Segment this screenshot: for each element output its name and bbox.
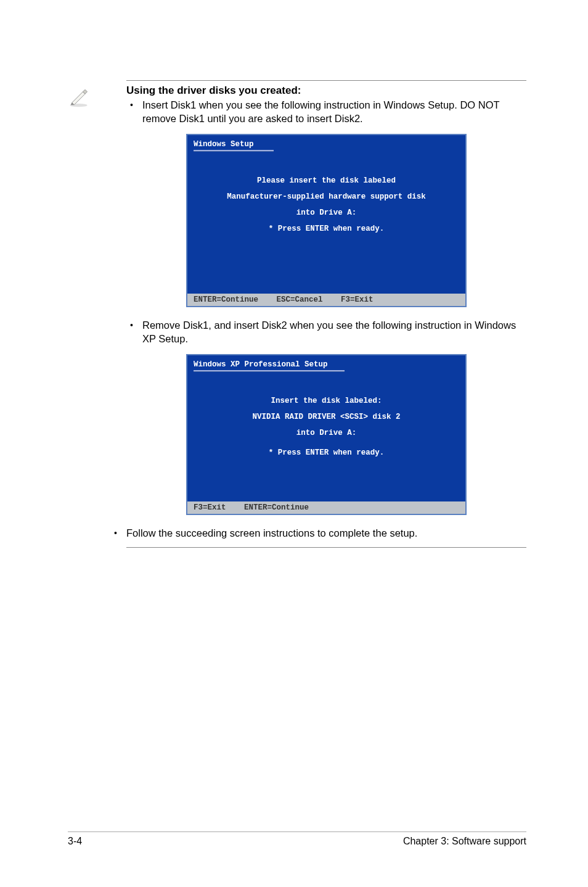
bullet-text: Follow the succeeding screen instruction… <box>126 526 417 540</box>
bullet-text: Insert Disk1 when you see the following … <box>142 98 526 125</box>
footer-key-enter: ENTER=Continue <box>194 295 258 304</box>
terminal-title-underline <box>194 370 345 372</box>
terminal-footer: ENTER=Continue ESC=Cancel F3=Exit <box>187 294 465 306</box>
chapter-label: Chapter 3: Software support <box>403 836 526 847</box>
footer-key-enter: ENTER=Continue <box>244 503 309 512</box>
terminal-body: Insert the disk labeled: NVIDIA RAID DRI… <box>194 397 459 501</box>
terminal-line: * Press ENTER when ready. <box>194 225 459 233</box>
bullet-marker: • <box>126 98 142 112</box>
terminal-line: Insert the disk labeled: <box>194 397 459 405</box>
terminal-footer: F3=Exit ENTER=Continue <box>187 501 465 514</box>
bullet-marker: • <box>126 318 142 332</box>
terminal-title: Windows Setup <box>194 140 459 149</box>
page-number: 3-4 <box>68 836 82 847</box>
windows-xp-setup-terminal: Windows XP Professional Setup Insert the… <box>186 354 467 515</box>
bullet-text: Remove Disk1, and insert Disk2 when you … <box>142 318 526 345</box>
windows-setup-terminal: Windows Setup Please insert the disk lab… <box>186 134 467 307</box>
terminal-line: * Press ENTER when ready. <box>194 448 459 457</box>
pencil-note-icon <box>68 86 89 108</box>
terminal-line: into Drive A: <box>194 429 459 437</box>
bullet-item-2: • Remove Disk1, and insert Disk2 when yo… <box>126 318 526 345</box>
terminal-line: into Drive A: <box>194 208 459 217</box>
terminal-title: Windows XP Professional Setup <box>194 360 459 369</box>
bullet-item-3: • Follow the succeeding screen instructi… <box>110 526 526 540</box>
terminal-line: NVIDIA RAID DRIVER <SCSI> disk 2 <box>194 413 459 421</box>
bullet-marker: • <box>110 526 126 540</box>
terminal-body: Please insert the disk labeled Manufactu… <box>194 176 459 294</box>
note-heading: Using the driver disks you created: <box>126 85 526 97</box>
footer-key-f3: F3=Exit <box>194 503 226 512</box>
footer-key-esc: ESC=Cancel <box>277 295 323 304</box>
terminal-line: Manufacturer-supplied hardware support d… <box>194 192 459 201</box>
note-box: Using the driver disks you created: • In… <box>126 80 526 548</box>
footer-key-f3: F3=Exit <box>341 295 374 304</box>
terminal-title-underline <box>194 150 274 152</box>
page-footer: 3-4 Chapter 3: Software support <box>68 831 526 847</box>
terminal-line: Please insert the disk labeled <box>194 176 459 185</box>
bullet-item-1: • Insert Disk1 when you see the followin… <box>126 98 526 125</box>
